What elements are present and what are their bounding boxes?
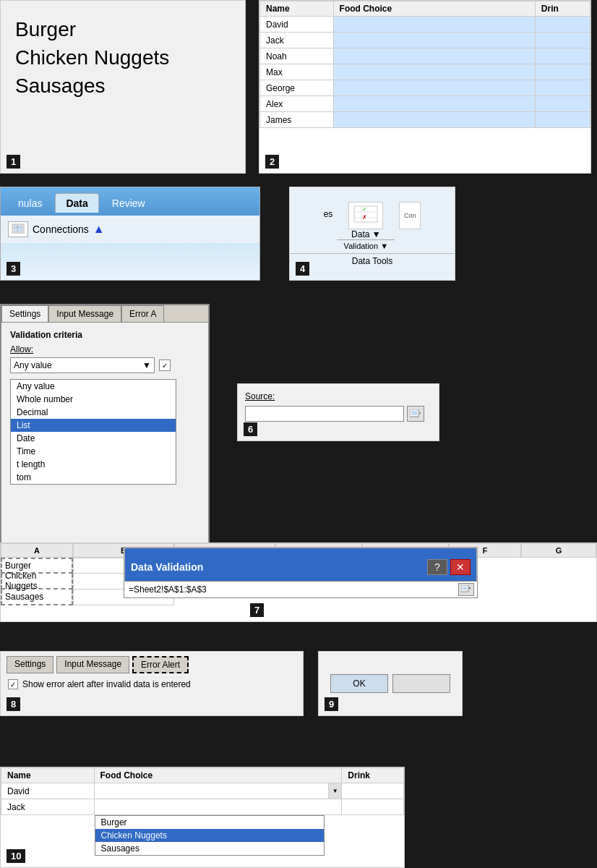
p8-tab-error-alert[interactable]: Error Alert: [132, 656, 189, 673]
connections-label: Connections: [33, 224, 89, 235]
cell-a2[interactable]: Chicken Nuggets: [1, 574, 73, 590]
tab-data[interactable]: Data: [55, 193, 98, 213]
panel-5-dialog: Settings Input Message Error A Validatio…: [0, 304, 210, 571]
cell-drink[interactable]: [535, 80, 590, 96]
dl-list[interactable]: List: [11, 419, 176, 432]
svg-rect-1: [14, 226, 22, 231]
p10-row-david: David ▼: [1, 783, 404, 799]
cell-food[interactable]: [333, 17, 535, 33]
data-validation-label[interactable]: Data ▼: [351, 229, 381, 239]
panel-9-ok: OK 9: [318, 651, 463, 716]
allow-dropdown[interactable]: Any value ▼: [10, 357, 155, 373]
cell-name: Noah: [260, 48, 334, 64]
panel-10-result: Name Food Choice Drink David ▼ Jack Burg…: [0, 767, 405, 868]
cell-drink[interactable]: [535, 96, 590, 112]
tab-formulas[interactable]: nulas: [8, 194, 52, 213]
p10-cell-david-food[interactable]: ▼: [94, 783, 342, 799]
error-alert-label: Show error alert after invalid data is e…: [22, 679, 191, 689]
col-a-header: A: [1, 543, 73, 558]
cell-name: James: [260, 112, 334, 128]
dl-any-value[interactable]: Any value: [11, 380, 176, 393]
source-expand-btn[interactable]: [407, 406, 424, 422]
panel-number-8: 8: [7, 697, 20, 711]
dl-custom[interactable]: tom: [11, 471, 176, 484]
dl-time[interactable]: Time: [11, 445, 176, 458]
table-row: James: [260, 112, 590, 128]
criteria-label: Validation criteria: [10, 330, 199, 340]
svg-text:✓: ✓: [362, 206, 367, 213]
cell-name: Jack: [260, 33, 334, 48]
table-row: Jack: [260, 33, 590, 48]
allow-dropdown-list: Any value Whole number Decimal List Date…: [10, 379, 176, 485]
panel-number-9: 9: [325, 697, 338, 711]
p10-header-drink: Drink: [342, 768, 404, 783]
panel-8-error-alert: Settings Input Message Error Alert ✓ Sho…: [0, 651, 304, 716]
cancel-button[interactable]: [392, 674, 450, 693]
cell-food[interactable]: [333, 96, 535, 112]
dl-text-length[interactable]: t length: [11, 458, 176, 471]
dialog-tab-error-alert[interactable]: Error A: [121, 305, 164, 322]
con-icon: Con: [399, 202, 421, 229]
panel-4-data-validation: es ✓ ✗ Data ▼ Valid: [289, 187, 455, 281]
dv-close-btn[interactable]: ✕: [450, 559, 471, 575]
source-label: Source:: [245, 391, 431, 401]
p10-cell-jack-food[interactable]: Burger Chicken Nuggets Sausages: [94, 799, 342, 815]
dialog-tab-input-message[interactable]: Input Message: [48, 305, 121, 322]
cell-food[interactable]: [333, 80, 535, 96]
food-item-chicken: Chicken Nuggets: [15, 43, 231, 72]
source-input[interactable]: [245, 406, 404, 422]
panel-number-2: 2: [265, 155, 279, 169]
cell-name: David: [260, 17, 334, 33]
cell-food[interactable]: [333, 64, 535, 80]
table-row: Alex: [260, 96, 590, 112]
data-validation-sublabel: Validation ▼: [337, 239, 395, 250]
panel-number-3: 3: [7, 262, 20, 276]
p8-tab-settings[interactable]: Settings: [7, 656, 53, 673]
dl-decimal[interactable]: Decimal: [11, 406, 176, 419]
error-alert-checkbox[interactable]: ✓: [8, 679, 18, 689]
p10-dropdown-list: Burger Chicken Nuggets Sausages: [95, 815, 325, 856]
cell-a3[interactable]: Sausages: [1, 590, 73, 605]
panel-number-4: 4: [296, 262, 309, 276]
cell-name: Max: [260, 64, 334, 80]
p8-tabs: Settings Input Message Error Alert: [1, 652, 303, 673]
dv-formula-expand-btn[interactable]: [458, 583, 474, 596]
dv-prefix: es: [324, 202, 333, 219]
dl-date[interactable]: Date: [11, 432, 176, 445]
svg-text:✗: ✗: [362, 214, 367, 221]
dialog-tab-settings[interactable]: Settings: [1, 305, 48, 322]
ignore-blank-checkbox[interactable]: ✓: [159, 359, 171, 371]
p10-dropdown-btn[interactable]: ▼: [328, 783, 341, 799]
cell-drink[interactable]: [535, 64, 590, 80]
data-validation-icon[interactable]: ✓ ✗: [348, 202, 383, 229]
cell-food[interactable]: [333, 112, 535, 128]
p10-dl-burger[interactable]: Burger: [95, 816, 324, 829]
dv-dialog-title: Data Validation: [131, 561, 427, 573]
ok-button[interactable]: OK: [330, 674, 388, 693]
dv-help-btn[interactable]: ?: [427, 559, 447, 575]
col-header-drink: Drin: [535, 1, 590, 17]
panel-1: Burger Chicken Nuggets Sausages 1: [0, 0, 246, 174]
cell-drink[interactable]: [535, 48, 590, 64]
p10-cell-jack-drink: [342, 799, 404, 815]
cell-drink[interactable]: [535, 33, 590, 48]
p10-dl-chicken[interactable]: Chicken Nuggets: [95, 829, 324, 842]
p10-header-food: Food Choice: [94, 768, 342, 783]
tab-review[interactable]: Review: [102, 194, 155, 213]
table-row: Max: [260, 64, 590, 80]
dl-whole-number[interactable]: Whole number: [11, 393, 176, 406]
p10-header-name: Name: [1, 768, 95, 783]
dv-formula-text: =Sheet2!$A$1:$A$3: [129, 584, 207, 595]
panel-7: A B C D E F G Burger Chicken Nuggets Sau…: [0, 542, 597, 622]
svg-rect-11: [411, 411, 417, 415]
p8-tab-input-message[interactable]: Input Message: [56, 656, 129, 673]
p10-dl-sausages[interactable]: Sausages: [95, 842, 324, 855]
panel-number-7: 7: [250, 603, 264, 617]
arrow-icon: ▲: [93, 223, 105, 236]
cell-drink[interactable]: [535, 112, 590, 128]
cell-drink[interactable]: [535, 17, 590, 33]
connections-icon: [8, 221, 28, 237]
col-g-header: G: [521, 543, 596, 558]
cell-food[interactable]: [333, 48, 535, 64]
cell-food[interactable]: [333, 33, 535, 48]
